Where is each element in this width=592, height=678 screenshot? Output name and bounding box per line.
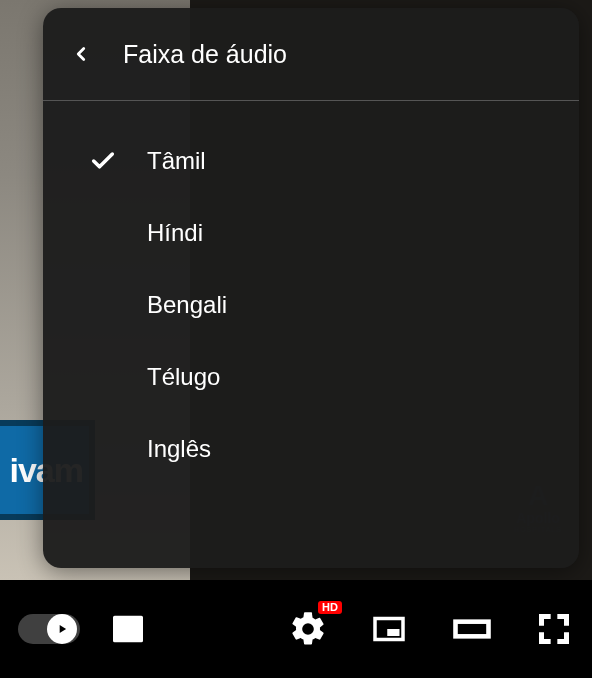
audio-option[interactable]: Télugo (43, 341, 579, 413)
audio-option[interactable]: Híndi (43, 197, 579, 269)
audio-option-label: Híndi (147, 219, 203, 247)
panel-title: Faixa de áudio (123, 40, 287, 69)
fullscreen-button[interactable] (534, 609, 574, 649)
audio-option[interactable]: Inglês (43, 413, 579, 485)
subtitles-icon (108, 609, 148, 649)
check-slot (73, 147, 133, 175)
audio-option[interactable]: Bengali (43, 269, 579, 341)
audio-option-label: Inglês (147, 435, 211, 463)
audio-option-label: Télugo (147, 363, 220, 391)
check-slot (73, 291, 133, 319)
check-slot (73, 435, 133, 463)
fullscreen-icon (534, 609, 574, 649)
audio-option[interactable]: Tâmil (43, 125, 579, 197)
play-icon (55, 622, 69, 636)
check-slot (73, 363, 133, 391)
subtitles-button[interactable] (108, 609, 148, 649)
miniplayer-button[interactable] (368, 608, 410, 650)
chevron-left-icon (70, 43, 92, 65)
autoplay-toggle[interactable] (18, 614, 80, 644)
panel-header: Faixa de áudio (43, 8, 579, 100)
svg-rect-0 (456, 622, 489, 637)
check-slot (73, 219, 133, 247)
player-control-bar: HD (0, 580, 592, 678)
check-icon (89, 147, 117, 175)
gear-icon (288, 609, 328, 649)
theater-mode-button[interactable] (450, 607, 494, 651)
miniplayer-icon (368, 608, 410, 650)
autoplay-knob (47, 614, 77, 644)
audio-track-panel: Faixa de áudio TâmilHíndiBengaliTélugoIn… (43, 8, 579, 568)
hd-badge: HD (318, 601, 342, 614)
audio-options-list: TâmilHíndiBengaliTélugoInglês (43, 101, 579, 495)
settings-button[interactable]: HD (288, 609, 328, 649)
theater-icon (450, 607, 494, 651)
audio-option-label: Bengali (147, 291, 227, 319)
back-button[interactable] (61, 34, 101, 74)
audio-option-label: Tâmil (147, 147, 206, 175)
